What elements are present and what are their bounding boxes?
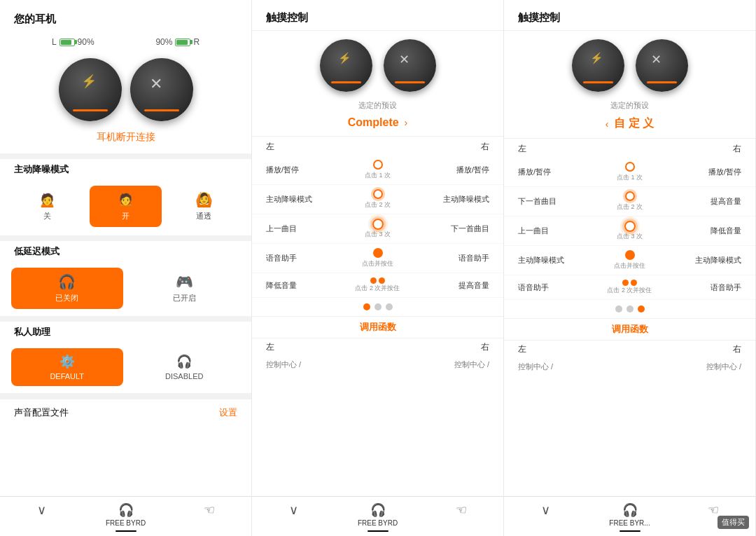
tp1-dot-2[interactable] [374, 303, 382, 310]
tp2-row4-center: 点击并按住 [606, 250, 654, 270]
disconnect-status: 耳机断开连接 [0, 125, 251, 153]
watermark: 值得买 [718, 516, 749, 529]
assist-default-icon: ⚙️ [59, 354, 75, 369]
anc-on-btn[interactable]: 🙍 开 [90, 186, 162, 227]
bottom-nav-1: ∨ 🎧 FREE BYRD ☜ [0, 496, 251, 536]
tp2-prev-preset-arrow[interactable]: ‹ [606, 118, 609, 130]
chevron-down-icon: ∨ [37, 502, 46, 518]
tp1-lr-header: 左 右 [252, 136, 503, 156]
battery-row: L 90% 90% R [0, 33, 251, 51]
tp1-row2-left: 主动降噪模式 [266, 194, 354, 205]
tp2-row5-tap: 点击 2 次并按住 [607, 286, 652, 295]
tp1-dot-3[interactable] [386, 303, 393, 310]
tp2-lr-header: 左 右 [504, 138, 755, 158]
battery-left-pct: 90% [78, 37, 94, 47]
tp1-earbuds [252, 31, 503, 97]
tp1-row1-tap: 点击 1 次 [365, 171, 391, 180]
headphones-icon-1: 🎧 [118, 502, 134, 518]
gesture-icon-1: ☜ [204, 502, 215, 518]
nav-free-byrd-1[interactable]: 🎧 FREE BYRD [84, 502, 168, 533]
tp2-row3-tap: 点击 3 次 [617, 232, 643, 241]
anc-off-icon: 🙍 [38, 191, 56, 208]
tp1-left-label: 左 [266, 141, 274, 153]
ll-buttons: 🎧 已关闭 🎮 已开启 [0, 263, 251, 316]
assist-default-label: DEFAULT [50, 372, 84, 380]
anc-off-btn[interactable]: 🙍 关 [11, 186, 84, 227]
tp1-row4-dot [373, 248, 383, 258]
tp2-earbud-left [572, 39, 624, 92]
anc-transparent-btn[interactable]: 🙆 通透 [167, 186, 240, 227]
tp2-row4-right: 主动降噪模式 [654, 255, 742, 266]
nav-free-byrd-2[interactable]: 🎧 FREE BYRD [336, 502, 420, 533]
tp2-row1-right: 播放/暂停 [654, 167, 742, 177]
tp1-row3-center: 点击 3 次 [354, 219, 402, 239]
ll-on-btn[interactable]: 🎮 已开启 [129, 268, 241, 309]
tp1-sub-left-label: 左 [266, 341, 274, 353]
tp1-earbud-left [320, 39, 372, 92]
tp1-dot-1[interactable] [363, 303, 370, 310]
tp2-row3-center: 点击 3 次 [606, 221, 654, 241]
tp1-invoke-btn[interactable]: 调用函数 [252, 316, 503, 338]
tp1-earbud-right [384, 39, 436, 92]
assist-title: 私人助理 [0, 322, 251, 344]
assist-default-btn[interactable]: ⚙️ DEFAULT [11, 348, 123, 386]
tp2-row5-dot [622, 280, 637, 286]
divider3 [0, 316, 251, 322]
tp2-preset-name: 自 定 义 [614, 116, 654, 131]
battery-right: 90% R [155, 37, 200, 47]
sound-profile-label: 声音配置文件 [14, 406, 69, 419]
tp2-row2-dot [625, 191, 635, 201]
tp1-row3-dot [372, 219, 384, 230]
tp2-sub-row1-left: 控制中心 / [518, 362, 630, 372]
tp1-row1-left: 播放/暂停 [266, 165, 354, 175]
tp1-sub-right-label: 右 [481, 341, 489, 353]
chevron-down-icon-2: ∨ [289, 502, 298, 518]
tp1-row1-center: 点击 1 次 [354, 160, 402, 180]
earbuds-image [0, 51, 251, 125]
tp2-preset-label: 选定的预设 [504, 97, 755, 114]
assist-disabled-btn[interactable]: 🎧 DISABLED [129, 348, 241, 386]
tp1-row-1: 播放/暂停 点击 1 次 播放/暂停 [252, 156, 503, 185]
tp2-dot-2[interactable] [626, 305, 634, 312]
tp2-sub-lr-header: 左 右 [504, 340, 755, 358]
tp1-row2-center: 点击 2 次 [354, 189, 402, 209]
tp1-row5-right: 提高音量 [402, 280, 490, 291]
anc-on-label: 开 [122, 211, 130, 221]
tp1-row-5: 降低音量 点击 2 次并按住 提高音量 [252, 273, 503, 298]
nav-chevron-1[interactable]: ∨ [0, 502, 84, 533]
tp2-sub-row1-right: 控制中心 / [630, 362, 742, 372]
tp2-dot-3[interactable] [638, 305, 645, 312]
tp2-row5-right: 语音助手 [654, 282, 742, 293]
sound-profile-setting[interactable]: 设置 [219, 406, 237, 419]
nav-free-byrd-3[interactable]: 🎧 FREE BYR... [588, 502, 672, 533]
tp2-sub-row-1: 控制中心 / 控制中心 / [504, 358, 755, 376]
tp1-row4-center: 点击并按住 [354, 248, 402, 268]
tp2-sub-right-label: 右 [733, 343, 741, 355]
tp2-row-2: 下一首曲目 点击 2 次 提高音量 [504, 187, 755, 217]
nav-label-2: FREE BYRD [358, 519, 398, 527]
ll-off-btn[interactable]: 🎧 已关闭 [11, 268, 123, 309]
anc-title: 主动降噪模式 [0, 159, 251, 181]
tp2-row2-center: 点击 2 次 [606, 191, 654, 212]
tp1-next-preset-arrow[interactable]: › [405, 117, 408, 128]
tp2-row1-dot [625, 162, 635, 172]
tp1-row3-left: 上一曲目 [266, 224, 354, 234]
tp2-sub-left-label: 左 [518, 343, 526, 355]
battery-right-label: R [193, 37, 200, 47]
nav-chevron-3[interactable]: ∨ [504, 502, 588, 533]
anc-transparent-icon: 🙆 [195, 191, 213, 208]
nav-label-1: FREE BYRD [106, 519, 146, 527]
tp2-invoke-btn[interactable]: 调用函数 [504, 318, 755, 340]
nav-chevron-2[interactable]: ∨ [252, 502, 336, 533]
ll-title: 低延迟模式 [0, 241, 251, 263]
tp2-dot-1[interactable] [615, 305, 622, 312]
tp2-left-label: 左 [518, 143, 526, 155]
battery-left-label: L [52, 37, 57, 47]
tp2-row5-center: 点击 2 次并按住 [606, 280, 654, 295]
tp2-row4-tap: 点击并按住 [614, 261, 645, 270]
tp1-row4-right: 语音助手 [402, 253, 490, 263]
tp1-row5-left: 降低音量 [266, 280, 354, 291]
tp1-preset-name: Complete [348, 116, 399, 129]
nav-gesture-1[interactable]: ☜ [167, 502, 251, 533]
nav-gesture-2[interactable]: ☜ [419, 502, 503, 533]
